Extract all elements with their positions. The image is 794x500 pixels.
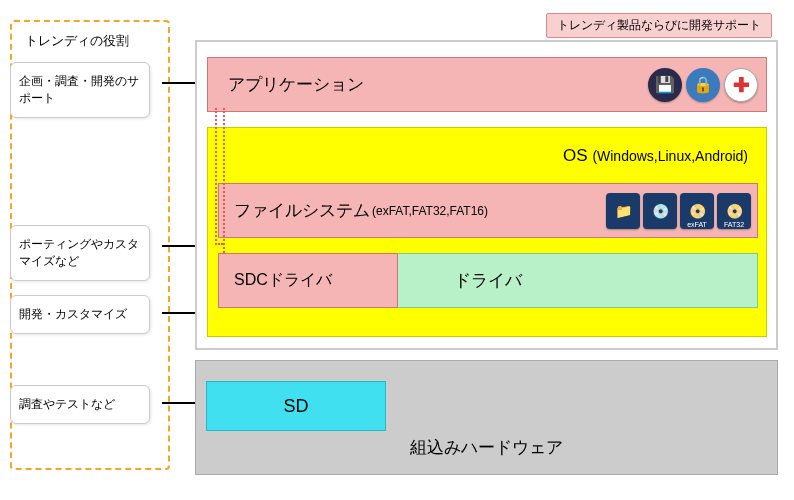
filesystem-sub: (exFAT,FAT32,FAT16) xyxy=(372,204,488,218)
sd-layer: SD xyxy=(206,381,386,431)
fs-fat32-icon: 📀FAT32 xyxy=(717,193,751,229)
fs-icon-row: 📁 💿 📀exFAT 📀FAT32 xyxy=(606,193,751,229)
connector-line xyxy=(215,108,223,245)
os-label: OS (Windows,Linux,Android) xyxy=(563,146,748,166)
sdc-label: SDCドライバ xyxy=(234,270,332,291)
fs-icon: 📁 xyxy=(606,193,640,229)
disk-icon: 💾 xyxy=(648,68,682,102)
fs-icon: 💿 xyxy=(643,193,677,229)
os-layer: OS (Windows,Linux,Android) ファイルシステム (exF… xyxy=(207,127,767,337)
filesystem-layer: ファイルシステム (exFAT,FAT32,FAT16) 📁 💿 📀exFAT … xyxy=(218,183,758,238)
application-label: アプリケーション xyxy=(228,73,364,96)
role-develop: 開発・カスタマイズ xyxy=(10,295,150,334)
sd-label: SD xyxy=(283,396,308,417)
application-layer: アプリケーション 💾 🔒 ✚ xyxy=(207,57,767,112)
fs-exfat-icon: 📀exFAT xyxy=(680,193,714,229)
plus-icon: ✚ xyxy=(724,68,758,102)
role-title: トレンディの役割 xyxy=(20,32,160,50)
driver-label: ドライバ xyxy=(454,269,522,292)
filesystem-label: ファイルシステム xyxy=(234,199,370,222)
hardware-label: 組込みハードウェア xyxy=(410,436,563,459)
software-stack-box: アプリケーション 💾 🔒 ✚ OS (Windows,Linux,Android… xyxy=(195,40,778,350)
role-test: 調査やテストなど xyxy=(10,385,150,424)
sdc-driver-layer: SDCドライバ xyxy=(218,253,398,308)
role-planning: 企画・調査・開発のサポート xyxy=(10,62,150,118)
app-icon-row: 💾 🔒 ✚ xyxy=(648,68,758,102)
role-porting: ポーティングやカスタマイズなど xyxy=(10,225,150,281)
header-label: トレンディ製品ならびに開発サポート xyxy=(546,13,772,38)
hardware-box: SD 組込みハードウェア xyxy=(195,360,778,475)
lock-icon: 🔒 xyxy=(686,68,720,102)
